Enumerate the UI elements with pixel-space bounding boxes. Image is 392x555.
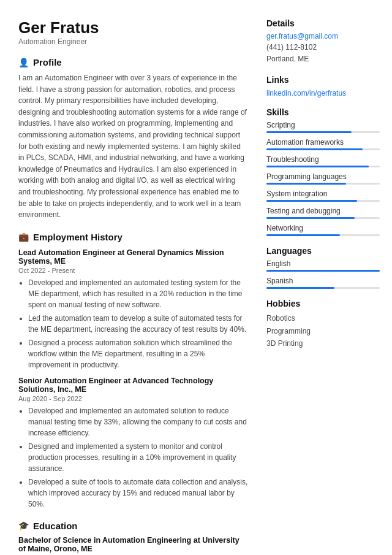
skills-section-title: Skills: [266, 107, 380, 117]
list-item: Designed a process automation solution w…: [28, 337, 248, 370]
skill-label: Scripting: [266, 121, 380, 129]
language-bar: [266, 287, 380, 289]
job-1-date: Oct 2022 - Present: [18, 267, 248, 274]
job-1: Lead Automation Engineer at General Dyna…: [18, 248, 248, 370]
location: Portland, ME: [266, 53, 380, 65]
job-2-date: Aug 2020 - Sep 2022: [18, 395, 248, 402]
links-section-title: Links: [266, 75, 380, 85]
profile-icon: 👤: [18, 58, 29, 67]
skill-bar-fill: [266, 217, 355, 219]
skill-label: Networking: [266, 224, 380, 232]
skill-bar: [266, 148, 380, 150]
languages-list: English Spanish: [266, 259, 380, 289]
skill-label: Automation frameworks: [266, 138, 380, 147]
skill-item: Networking: [266, 224, 380, 236]
skill-bar-fill: [266, 183, 346, 185]
skill-bar-fill: [266, 166, 369, 167]
email-link[interactable]: ger.fratus@gmail.com: [266, 32, 380, 40]
employment-icon: 💼: [18, 232, 29, 242]
languages-section-title: Languages: [266, 246, 380, 256]
left-column: Ger Fratus Automation Engineer 👤 Profile…: [18, 18, 248, 555]
candidate-name: Ger Fratus: [18, 18, 248, 37]
details-section-title: Details: [266, 18, 380, 28]
skill-bar: [266, 166, 380, 167]
language-bar: [266, 270, 380, 272]
hobbies-section-title: Hobbies: [266, 299, 380, 308]
skill-item: System integration: [266, 189, 380, 202]
job-1-bullets: Developed and implemented an automated t…: [18, 277, 248, 370]
skill-label: Troubleshooting: [266, 155, 380, 164]
skill-bar: [266, 183, 380, 185]
language-label: English: [266, 259, 380, 268]
skill-label: Programming languages: [266, 172, 380, 181]
linkedin-link[interactable]: linkedin.com/in/gerfratus: [266, 89, 346, 98]
skill-bar: [266, 234, 380, 236]
skills-list: Scripting Automation frameworks Troubles…: [266, 121, 380, 236]
skill-item: Troubleshooting: [266, 155, 380, 167]
profile-section-title: 👤 Profile: [18, 57, 248, 67]
language-bar-fill: [266, 270, 380, 272]
skill-label: System integration: [266, 189, 380, 198]
skill-label: Testing and debugging: [266, 207, 380, 215]
employment-section-title: 💼 Employment History: [18, 232, 248, 242]
edu-1-title: Bachelor of Science in Automation Engine…: [18, 536, 248, 553]
hobby-item: Robotics: [266, 312, 380, 324]
job-2-title: Senior Automation Engineer at Advanced T…: [18, 377, 248, 394]
list-item: Developed and implemented an automated s…: [28, 405, 248, 438]
education-section-title: 🎓 Education: [18, 521, 248, 531]
language-label: Spanish: [266, 277, 380, 285]
hobbies-list: RoboticsProgramming3D Printing: [266, 312, 380, 350]
page: Ger Fratus Automation Engineer 👤 Profile…: [0, 0, 392, 555]
header: Ger Fratus Automation Engineer: [18, 18, 248, 46]
skill-bar-fill: [266, 200, 357, 202]
skill-item: Programming languages: [266, 172, 380, 185]
job-1-title: Lead Automation Engineer at General Dyna…: [18, 248, 248, 266]
candidate-title: Automation Engineer: [18, 37, 248, 46]
profile-text: I am an Automation Engineer with over 3 …: [18, 72, 248, 221]
list-item: Designed and implemented a system to mon…: [28, 441, 248, 474]
skill-bar-fill: [266, 234, 340, 236]
list-item: Developed and implemented an automated t…: [28, 277, 248, 310]
hobby-item: 3D Printing: [266, 337, 380, 350]
hobby-item: Programming: [266, 325, 380, 337]
education-icon: 🎓: [18, 521, 29, 530]
skill-item: Automation frameworks: [266, 138, 380, 150]
skill-bar-fill: [266, 148, 363, 150]
language-item: Spanish: [266, 277, 380, 289]
job-2: Senior Automation Engineer at Advanced T…: [18, 377, 248, 510]
right-column: Details ger.fratus@gmail.com (441) 112-8…: [266, 18, 380, 555]
skill-item: Testing and debugging: [266, 207, 380, 219]
language-item: English: [266, 259, 380, 272]
education-entry-1: Bachelor of Science in Automation Engine…: [18, 536, 248, 555]
skill-bar-fill: [266, 131, 352, 133]
skill-bar: [266, 200, 380, 202]
list-item: Developed a suite of tools to automate d…: [28, 477, 248, 510]
language-bar-fill: [266, 287, 334, 289]
skill-bar: [266, 217, 380, 219]
skill-item: Scripting: [266, 121, 380, 133]
list-item: Led the automation team to develop a sui…: [28, 313, 248, 335]
phone: (441) 112-8102: [266, 42, 380, 53]
job-2-bullets: Developed and implemented an automated s…: [18, 405, 248, 510]
skill-bar: [266, 131, 380, 133]
